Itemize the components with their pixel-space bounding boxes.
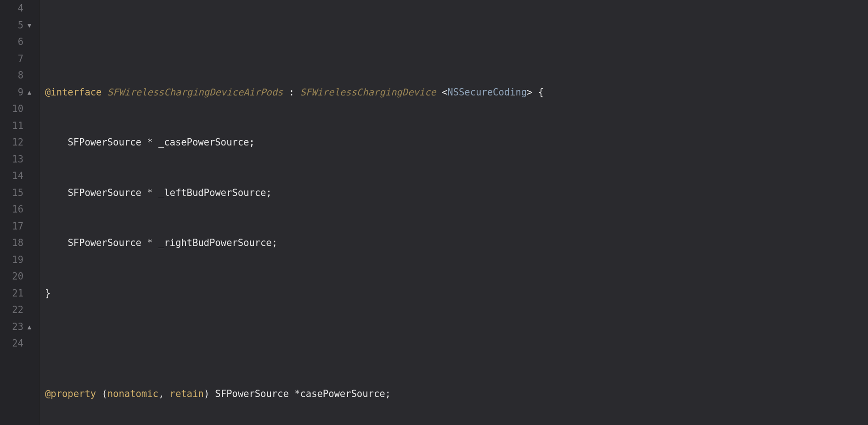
gutter-line: 14 — [0, 168, 35, 185]
code-line: SFPowerSource * _casePowerSource; — [45, 134, 544, 151]
keyword-retain: retain — [170, 388, 204, 399]
indent — [45, 187, 68, 198]
line-number: 24 — [10, 335, 23, 352]
line-number: 16 — [10, 201, 23, 218]
gutter-line: 22 — [0, 302, 35, 319]
gutter-line: 7 — [0, 50, 35, 67]
gutter-line: 10 — [0, 101, 35, 117]
ivar-type: SFPowerSource — [68, 237, 141, 248]
semicolon: ; — [266, 187, 271, 198]
semicolon: ; — [249, 137, 254, 148]
code-line: } — [45, 285, 544, 302]
star: * — [289, 388, 300, 399]
super-class: SFWirelessChargingDevice — [300, 87, 436, 98]
line-number: 12 — [10, 134, 23, 151]
gutter-line: 11 — [0, 117, 35, 134]
line-number: 21 — [10, 285, 23, 302]
star: * — [141, 137, 158, 148]
semicolon: ; — [272, 237, 277, 248]
line-number: 17 — [10, 218, 23, 235]
ivar-type: SFPowerSource — [68, 137, 141, 148]
ivar-name: _rightBudPowerSource — [158, 237, 272, 248]
proto-open: < — [436, 87, 448, 98]
gutter-line: 17 — [0, 218, 35, 235]
line-number: 15 — [10, 185, 23, 201]
line-number: 7 — [10, 50, 23, 67]
gutter-line: 20 — [0, 268, 35, 285]
gutter-line: 18 — [0, 235, 35, 252]
line-number: 5 — [10, 17, 23, 34]
ivar-name: _casePowerSource — [158, 137, 249, 148]
gutter-line: 21 — [0, 285, 35, 302]
gutter-line: 5▼ — [0, 17, 35, 34]
ivar-type: SFPowerSource — [68, 187, 141, 198]
line-number: 6 — [10, 34, 23, 50]
line-number: 19 — [10, 252, 23, 268]
gutter-line: 6 — [0, 34, 35, 50]
gutter-line: 24 — [0, 335, 35, 352]
line-number: 11 — [10, 117, 23, 134]
lparen: ( — [96, 388, 107, 399]
keyword-interface: @interface — [45, 87, 101, 98]
fold-marker[interactable]: ▲ — [25, 319, 34, 336]
colon: : — [283, 87, 300, 98]
gutter-line: 13 — [0, 151, 35, 168]
gutter-line: 15 — [0, 185, 35, 201]
line-number: 20 — [10, 268, 23, 285]
proto-close: > { — [527, 87, 544, 98]
line-number: 8 — [10, 67, 23, 84]
fold-marker[interactable]: ▲ — [25, 84, 34, 101]
line-number: 4 — [10, 0, 23, 17]
space — [101, 87, 107, 98]
prop-type: SFPowerSource — [215, 388, 288, 399]
code-line: @property (nonatomic, retain) SFPowerSou… — [45, 386, 544, 403]
indent — [45, 137, 68, 148]
class-name: SFWirelessChargingDeviceAirPods — [107, 87, 283, 98]
gutter-line: 16 — [0, 201, 35, 218]
keyword-nonatomic: nonatomic — [107, 388, 158, 399]
gutter-line: 8 — [0, 67, 35, 84]
indent — [45, 237, 68, 248]
line-gutter: 4 5▼ 6 7 8 9▲ 10 11 12 13 14 15 16 17 18… — [0, 0, 39, 425]
gutter-line: 23▲ — [0, 319, 35, 336]
keyword-property: @property — [45, 388, 96, 399]
semicolon: ; — [385, 388, 391, 399]
gutter-line: 9▲ — [0, 84, 35, 101]
line-number: 18 — [10, 235, 23, 252]
code-line — [45, 335, 544, 352]
gutter-line: 12 — [0, 134, 35, 151]
line-number: 10 — [10, 101, 23, 117]
line-number: 14 — [10, 168, 23, 185]
line-number: 23 — [10, 319, 23, 336]
close-brace: } — [45, 288, 51, 299]
gutter-line: 4 — [0, 0, 35, 17]
line-number: 13 — [10, 151, 23, 168]
code-editor: 4 5▼ 6 7 8 9▲ 10 11 12 13 14 15 16 17 18… — [0, 0, 868, 425]
prop-name: casePowerSource — [300, 388, 385, 399]
fold-marker[interactable]: ▼ — [25, 17, 34, 34]
protocol-name: NSSecureCoding — [447, 87, 527, 98]
ivar-name: _leftBudPowerSource — [158, 187, 266, 198]
star: * — [141, 187, 158, 198]
code-line — [45, 34, 544, 50]
line-number: 9 — [10, 84, 23, 101]
code-line: SFPowerSource * _leftBudPowerSource; — [45, 185, 544, 201]
gutter-line: 19 — [0, 252, 35, 268]
code-line: SFPowerSource * _rightBudPowerSource; — [45, 235, 544, 252]
star: * — [141, 237, 158, 248]
rparen: ) — [204, 388, 215, 399]
comma: , — [158, 388, 170, 399]
code-line: @interface SFWirelessChargingDeviceAirPo… — [45, 84, 544, 101]
code-area[interactable]: @interface SFWirelessChargingDeviceAirPo… — [39, 0, 544, 425]
line-number: 22 — [10, 302, 23, 319]
